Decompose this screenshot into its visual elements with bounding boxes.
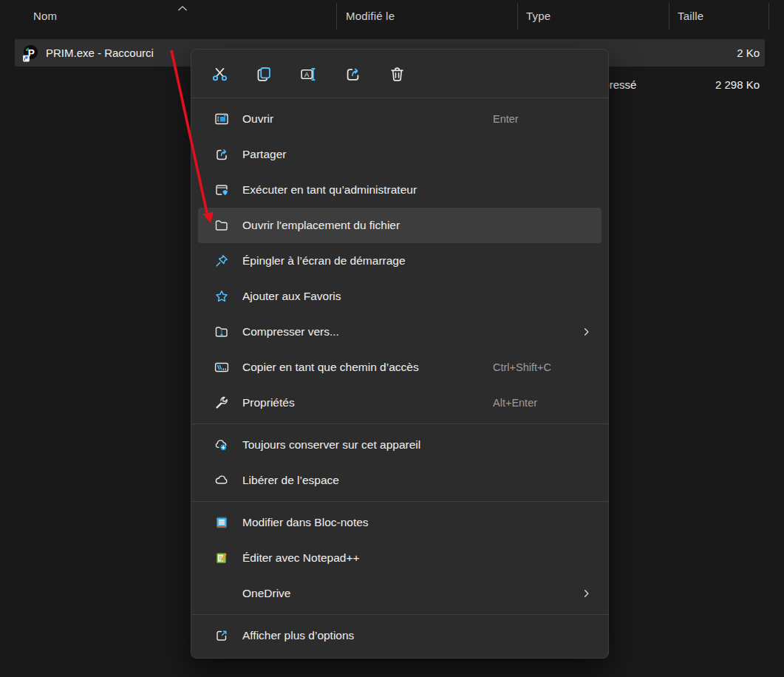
menu-item-label: Modifier dans Bloc-notes [242, 516, 369, 529]
menu-item-liberer-espace[interactable]: Libérer de l’espace [198, 463, 601, 498]
menu-item-label: Ajouter aux Favoris [242, 290, 341, 303]
menu-group-onedrive-state: Toujours conserver sur cet appareil Libé… [191, 427, 608, 498]
menu-separator [191, 501, 608, 502]
rename-icon: A [300, 66, 317, 83]
shortcut-label: Ctrl+Shift+C [493, 361, 551, 373]
menu-item-label: Propriétés [242, 396, 295, 409]
menu-item-label: OneDrive [242, 587, 290, 600]
context-menu-toolbar: A [191, 53, 608, 95]
menu-item-copier-chemin[interactable]: Copier en tant que chemin d’accès Ctrl+S… [198, 350, 601, 385]
zip-folder-icon [214, 324, 229, 339]
menu-item-proprietes[interactable]: Propriétés Alt+Enter [198, 385, 601, 421]
cloud-icon [214, 473, 229, 488]
menu-item-toujours-conserver[interactable]: Toujours conserver sur cet appareil [198, 427, 601, 463]
column-divider[interactable] [768, 3, 769, 30]
menu-item-partager[interactable]: Partager [198, 137, 601, 172]
menu-item-ouvrir[interactable]: Ouvrir Enter [198, 101, 601, 137]
cut-button[interactable] [204, 59, 235, 89]
menu-item-label: Libérer de l’espace [242, 474, 339, 487]
menu-item-onedrive[interactable]: OneDrive [198, 576, 601, 611]
file-size: 2 Ko [737, 39, 760, 67]
admin-shield-icon [214, 183, 229, 197]
menu-group-more: Afficher plus d’options [191, 618, 608, 653]
menu-item-epingler-demarrage[interactable]: Épingler à l’écran de démarrage [198, 243, 601, 279]
prim-file-icon: P [21, 44, 39, 62]
column-header-modifie[interactable]: Modifié le [346, 10, 395, 22]
rename-button[interactable]: A [293, 59, 324, 89]
submenu-chevron-icon [581, 327, 592, 338]
menu-item-ouvrir-emplacement[interactable]: Ouvrir l'emplacement du fichier [198, 208, 601, 243]
menu-item-label: Partager [242, 148, 286, 161]
menu-item-label: Compresser vers... [242, 325, 339, 338]
cloud-download-icon [214, 438, 229, 452]
menu-item-editer-notepadpp[interactable]: Éditer avec Notepad++ [198, 540, 601, 576]
menu-item-label: Toujours conserver sur cet appareil [242, 438, 420, 452]
menu-item-modifier-bloc-notes[interactable]: Modifier dans Bloc-notes [198, 505, 601, 540]
menu-group-main: Ouvrir Enter Partager [191, 101, 608, 421]
menu-item-label: Ouvrir l'emplacement du fichier [242, 219, 400, 232]
star-icon [214, 289, 229, 304]
file-explorer-view: Nom Modifié le Type Taille P PRIM.exe - … [0, 0, 784, 677]
copy-icon [256, 66, 273, 83]
show-more-icon [214, 628, 229, 643]
share-button[interactable] [337, 59, 368, 89]
menu-item-label: Afficher plus d’options [242, 629, 354, 642]
column-divider[interactable] [669, 3, 669, 30]
icon-placeholder [214, 586, 229, 601]
menu-item-label: Exécuter en tant qu’administrateur [242, 183, 417, 197]
pin-icon [214, 254, 229, 268]
context-menu: A [191, 49, 609, 659]
menu-item-afficher-plus-options[interactable]: Afficher plus d’options [198, 618, 601, 653]
copy-button[interactable] [248, 59, 279, 89]
delete-button[interactable] [381, 59, 412, 89]
menu-item-compresser-vers[interactable]: Compresser vers... [198, 314, 601, 350]
folder-icon [214, 218, 229, 233]
open-window-icon [214, 112, 229, 126]
column-header-type[interactable]: Type [526, 10, 550, 22]
shortcut-label: Alt+Enter [493, 397, 537, 409]
submenu-chevron-icon [581, 588, 592, 599]
share-icon [214, 147, 229, 162]
svg-text:A: A [304, 70, 309, 78]
delete-icon [389, 66, 406, 83]
menu-group-apps: Modifier dans Bloc-notes Éditer avec Not… [191, 505, 608, 611]
menu-separator [191, 423, 608, 424]
copy-path-icon [214, 360, 229, 375]
menu-item-label: Éditer avec Notepad++ [242, 551, 360, 565]
column-header-nom[interactable]: Nom [33, 10, 57, 22]
shortcut-label: Enter [493, 113, 519, 125]
sort-ascending-icon [177, 1, 188, 15]
menu-separator [191, 98, 608, 98]
menu-item-ajouter-favoris[interactable]: Ajouter aux Favoris [198, 279, 601, 314]
menu-item-label: Copier en tant que chemin d’accès [242, 361, 419, 374]
column-header-taille[interactable]: Taille [678, 10, 703, 22]
notepad-plus-plus-icon [214, 551, 229, 565]
cut-icon [211, 66, 228, 83]
menu-item-label: Ouvrir [242, 112, 273, 126]
share-icon [344, 66, 361, 83]
column-divider[interactable] [517, 3, 518, 30]
menu-item-label: Épingler à l’écran de démarrage [242, 254, 406, 268]
menu-item-executer-admin[interactable]: Exécuter en tant qu’administrateur [198, 172, 601, 208]
wrench-icon [214, 395, 229, 410]
column-divider[interactable] [336, 3, 337, 30]
menu-separator [191, 614, 608, 615]
file-size: 2 298 Ko [715, 72, 760, 98]
file-name: PRIM.exe - Raccourci [46, 39, 154, 67]
shortcut-badge-icon [23, 55, 30, 62]
notepad-icon [214, 515, 229, 530]
